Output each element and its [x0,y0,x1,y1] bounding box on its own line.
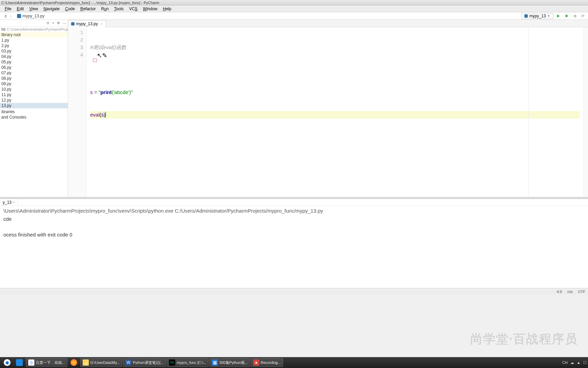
file-item[interactable]: 12.py [0,97,68,103]
file-item[interactable]: 11.py [0,92,68,97]
file-item[interactable]: 09.py [0,81,68,87]
sidebar-toolbar: ⊖ ⌖ ✻ — [0,20,68,27]
external-libraries[interactable]: ibraries [0,109,68,114]
tray-lang[interactable]: CH [562,361,568,365]
run-config-name: mypy_13 [529,14,546,18]
line-number: 3 [68,44,83,51]
taskbar-app-icon[interactable] [14,358,25,367]
code-line: #测试eval()函数 [90,44,580,51]
python-file-icon [524,14,528,18]
console-path: \Users\Administrator\PycharmProjects\myp… [3,208,323,214]
project-tree[interactable]: ncC:\Users\Administrator\PycharmProject … [0,27,68,197]
taskbar-item-word[interactable]: WPython课堂笔记(... [123,358,166,367]
file-item[interactable]: 05.py [0,59,68,65]
close-tab-icon[interactable]: × [13,200,15,204]
hide-icon[interactable]: — [63,21,66,25]
encoding-indicator[interactable]: UTF [578,290,585,294]
code-area[interactable]: #测试eval()函数 s = "print('abcde')" eval(s)… [87,27,583,197]
scroll-from-source-icon[interactable]: ⌖ [52,21,54,25]
line-number: 1 [68,29,83,36]
menu-item-code[interactable]: Code [62,6,78,12]
file-item-selected[interactable]: 13.py [0,103,68,108]
console-stdout: cde [3,216,12,222]
console-output[interactable]: \Users\Administrator\PycharmProjects\myp… [0,206,588,288]
close-tab-icon[interactable]: × [101,22,103,26]
console-exit-line: ocess finished with exit code 0 [3,232,72,237]
collapse-all-icon[interactable]: ⊖ [46,21,49,25]
mouse-cursor-icon: ↖✎ [97,52,107,59]
file-item[interactable]: 08.py [0,76,68,81]
menu-item-help[interactable]: Help [160,6,174,12]
editor-column: mypy_13.py × 1 2 3 4 #测试eval()函数 s = "pr… [68,20,588,197]
taskbar-item-video[interactable]: ▦300集Python视... [209,358,250,367]
menu-item-tools[interactable]: Tools [111,6,126,12]
right-margin-ruler [528,27,529,197]
taskbar-item-browser[interactable]: ◎百度一下，你就... [26,358,67,367]
file-item[interactable]: 1.py [0,37,68,43]
scratches-consoles[interactable]: and Consoles [0,114,68,120]
console-tab[interactable]: y_13 × [0,199,18,205]
system-tray[interactable]: CH ☁ ▲ ☐ [562,361,587,365]
intention-hint-icon[interactable] [93,59,97,62]
taskbar-start-icon[interactable]: ◉ [1,358,13,367]
tray-overflow-icon[interactable]: ▲ [577,361,581,365]
play-icon [557,14,560,18]
code-line [90,66,580,74]
file-item[interactable]: 04.py [0,54,68,59]
menu-bar: File Edit View Navigate Code Refactor Ru… [0,5,588,12]
navigation-bar: c mypy_13.py mypy_13 ▼ ✱ ⇉ ⟳ [0,12,588,20]
bug-icon: ✱ [565,14,568,18]
editor-tab[interactable]: mypy_13.py × [68,20,106,27]
taskbar-firefox-icon[interactable] [68,358,80,367]
status-bar: 4:8 n/a UTF [0,288,588,295]
menu-item-window[interactable]: Window [140,6,160,12]
editor-tab-name: mypy_13.py [76,21,98,26]
breadcrumb-root[interactable]: c [2,13,14,19]
window-title-bar: C:\Users\Administrator\PycharmProjects\m… [0,0,588,5]
tray-icon[interactable]: ☁ [570,361,574,365]
project-tree-root[interactable]: ncC:\Users\Administrator\PycharmProject [0,27,68,32]
chevron-down-icon: ▼ [547,14,550,18]
menu-item-view[interactable]: View [27,6,41,12]
file-item[interactable]: 06.py [0,65,68,70]
run-with-coverage-button[interactable]: ⇉ [572,13,578,19]
taskbar-item-recorder[interactable]: ●Recording... [251,358,283,367]
python-file-icon [17,14,21,18]
menu-item-vcs[interactable]: VCS [126,6,140,12]
watermark: 尚学堂·百战程序员 [470,331,578,348]
menu-item-refactor[interactable]: Refactor [78,6,98,12]
file-item[interactable]: 07.py [0,70,68,76]
menu-item-file[interactable]: File [2,6,14,12]
taskbar-item-explorer[interactable]: 📁G:\UserData\My... [80,358,122,367]
menu-item-navigate[interactable]: Navigate [41,6,62,12]
cursor-position: 4:8 [557,290,562,294]
library-root[interactable]: library root [0,32,68,37]
file-item[interactable]: 03.py [0,48,68,54]
project-sidebar: ⊖ ⌖ ✻ — ncC:\Users\Administrator\Pycharm… [0,20,68,197]
run-config-selector[interactable]: mypy_13 ▼ [521,13,553,19]
breadcrumb-file[interactable]: mypy_13.py [14,13,51,19]
breadcrumb: c mypy_13.py [2,13,51,19]
settings-icon[interactable]: ✻ [57,21,60,25]
console-tabs: y_13 × [0,199,588,206]
debug-button[interactable]: ✱ [564,13,570,19]
line-number: 2 [68,36,83,44]
line-sep-indicator[interactable]: n/a [567,290,572,294]
run-controls: mypy_13 ▼ ✱ ⇉ ⟳ [521,13,586,19]
run-button[interactable] [555,13,561,19]
menu-item-run[interactable]: Run [98,6,111,12]
windows-taskbar: ◉ ◎百度一下，你就... 📁G:\UserData\My... WPython… [0,357,588,368]
main-content-row: ⊖ ⌖ ✻ — ncC:\Users\Administrator\Pycharm… [0,20,588,197]
code-line: s = "print('abcde')" [90,89,580,96]
taskbar-item-pycharm[interactable]: PCmypro_func [C:\... [167,358,209,367]
error-stripe[interactable] [583,27,588,197]
menu-item-edit[interactable]: Edit [14,6,27,12]
file-item[interactable]: 2.py [0,43,68,48]
editor-body[interactable]: 1 2 3 4 #测试eval()函数 s = "print('abcde')"… [68,27,588,197]
stop-icon: ⟳ [581,14,585,18]
tray-icon[interactable]: ☐ [583,361,587,365]
coverage-icon: ⇉ [573,14,576,18]
stop-button[interactable]: ⟳ [580,13,586,19]
run-console: y_13 × \Users\Administrator\PycharmProje… [0,199,588,288]
file-item[interactable]: 10.py [0,87,68,92]
